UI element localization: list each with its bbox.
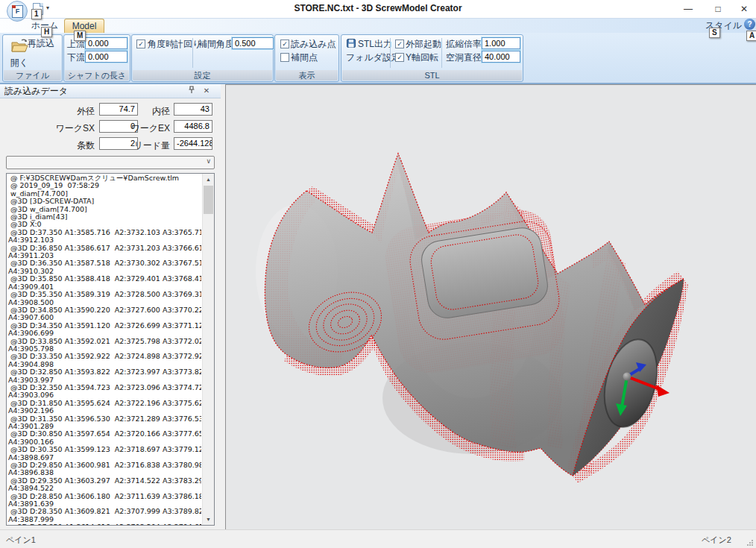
- reload-button[interactable]: 再読込: [28, 37, 54, 50]
- list-line[interactable]: @3D D:31.350 A1:3596.530 A2:3721.289 A3:…: [8, 415, 201, 423]
- app-window: { "window": { "title": "STORE.NC.txt - 3…: [0, 0, 756, 548]
- list-line[interactable]: @3D D:29.850 A1:3600.981 A2:3716.838 A3:…: [8, 462, 201, 469]
- group-label-settings: 設定: [133, 70, 272, 81]
- list-line[interactable]: @3D D:35.850 A1:3588.418 A2:3729.401 A3:…: [8, 275, 201, 283]
- list-line[interactable]: A4:3905.798: [8, 345, 201, 353]
- list-line[interactable]: A4:3907.600: [8, 314, 201, 321]
- list-line[interactable]: w_diam[74.700]: [8, 190, 201, 198]
- list-line[interactable]: A4:3898.697: [8, 454, 201, 462]
- lead-amount-field[interactable]: -2644.1287: [174, 137, 212, 150]
- list-line[interactable]: A4:3908.500: [8, 299, 201, 306]
- list-line[interactable]: @3D w_diam[74.700]: [8, 206, 201, 213]
- list-line[interactable]: A4:3887.999: [8, 516, 201, 523]
- loaded-points-label[interactable]: 読み込み点: [291, 38, 336, 51]
- quick-access-dropdown-icon[interactable]: ▾: [46, 4, 49, 11]
- keytip-qat: 1: [31, 9, 42, 19]
- scrollbar-thumb[interactable]: [204, 186, 213, 214]
- loaded-data-panel: 読み込みデータ ✕ 外径 74.7 内径 43 ワークSX 0 ワークEX 44…: [0, 84, 221, 529]
- cavity-diameter-label: 空洞直径: [446, 51, 482, 64]
- cavity-diameter-input[interactable]: 40.000: [482, 51, 520, 63]
- y-rotate-label[interactable]: Y軸回転: [406, 51, 438, 64]
- upper-flow-input[interactable]: 0.000: [85, 37, 127, 49]
- list-line[interactable]: @3D D:28.350 A1:3609.821 A2:3707.999 A3:…: [8, 508, 201, 515]
- clockwise-checkbox-label[interactable]: 角度時計回り: [148, 38, 201, 51]
- work-ex-label: ワークEX: [121, 122, 170, 135]
- list-line[interactable]: @3D D:29.350 A1:3603.297 A2:3714.522 A3:…: [8, 477, 201, 485]
- list-line[interactable]: @3D D:27.850 A1:3614.616 A2:3703.204 A3:…: [8, 523, 201, 525]
- help-button[interactable]: ?: [744, 19, 755, 30]
- work-ex-field[interactable]: 4486.8: [174, 120, 212, 133]
- list-line[interactable]: @3D [3D-SCREW-DATA]: [8, 198, 201, 205]
- external-launch-checkbox[interactable]: ✓: [395, 40, 404, 48]
- loaded-points-checkbox[interactable]: ✓: [280, 40, 289, 48]
- interp-angle-input[interactable]: 0.500: [232, 37, 274, 49]
- list-line[interactable]: @3D D:36.350 A1:3587.518 A2:3730.302 A3:…: [8, 259, 201, 267]
- lower-flow-input[interactable]: 0.000: [85, 51, 127, 63]
- list-line[interactable]: @ 2019_09_19 07:58:29: [8, 182, 201, 189]
- list-line[interactable]: A4:3903.096: [8, 391, 201, 399]
- nc-data-list[interactable]: @ F:¥3DSCREW¥Damスクリュー¥DamScrew.tlm @ 201…: [6, 173, 215, 526]
- list-line[interactable]: @3D D:30.850 A1:3597.654 A2:3720.166 A3:…: [8, 430, 201, 438]
- list-line[interactable]: @3D D:35.350 A1:3589.319 A2:3728.500 A3:…: [8, 291, 201, 298]
- minimize-button[interactable]: —: [677, 1, 699, 16]
- scroll-down-icon[interactable]: ▼: [203, 514, 214, 525]
- resize-grip[interactable]: [746, 539, 754, 547]
- list-line[interactable]: @3D D:33.350 A1:3592.922 A2:3724.898 A3:…: [8, 353, 201, 360]
- list-line[interactable]: A4:3894.522: [8, 485, 201, 492]
- stl-output-button[interactable]: STL出力: [358, 38, 392, 51]
- list-line[interactable]: A4:3904.898: [8, 361, 201, 368]
- list-line[interactable]: A4:3910.302: [8, 268, 201, 275]
- list-line[interactable]: @3D D:34.350 A1:3591.120 A2:3726.699 A3:…: [8, 322, 201, 330]
- pin-icon[interactable]: [186, 86, 197, 96]
- list-line[interactable]: A4:3909.401: [8, 283, 201, 291]
- scroll-up-icon[interactable]: ▲: [203, 174, 214, 185]
- maximize-button[interactable]: □: [707, 1, 729, 16]
- open-button[interactable]: 開く: [4, 57, 34, 69]
- list-line[interactable]: @ F:¥3DSCREW¥Damスクリュー¥DamScrew.tlm: [8, 174, 201, 182]
- folder-settings-button[interactable]: フォルダ設定: [346, 51, 400, 64]
- ribbon: 開く 再読込 ファイル 上流 0.000 下流 0.000 シャフトの長さ ✓ …: [0, 33, 756, 84]
- ribbon-tab-row: [0, 18, 756, 34]
- inner-diameter-label: 内径: [121, 105, 170, 118]
- list-scrollbar[interactable]: ▲ ▼: [202, 174, 214, 525]
- list-line[interactable]: A4:3911.203: [8, 252, 201, 259]
- list-line[interactable]: @3D D:32.350 A1:3594.723 A2:3723.096 A3:…: [8, 384, 201, 391]
- close-button[interactable]: ✕: [733, 1, 755, 16]
- list-line[interactable]: @3D X:0: [8, 221, 201, 228]
- list-line[interactable]: A4:3902.196: [8, 407, 201, 415]
- list-line[interactable]: @3D D:37.350 A1:3585.716 A2:3732.103 A3:…: [8, 229, 201, 236]
- list-line[interactable]: @3D D:34.850 A1:3590.220 A2:3727.600 A3:…: [8, 306, 201, 314]
- list-line[interactable]: @3D D:28.850 A1:3606.180 A2:3711.639 A3:…: [8, 493, 201, 500]
- interp-points-checkbox[interactable]: [280, 53, 289, 62]
- list-line[interactable]: A4:3901.289: [8, 423, 201, 430]
- list-line[interactable]: A4:3891.639: [8, 500, 201, 508]
- list-line[interactable]: A4:3912.103: [8, 236, 201, 244]
- list-line[interactable]: @3D D:32.850 A1:3593.822 A2:3723.997 A3:…: [8, 368, 201, 376]
- list-line[interactable]: A4:3903.997: [8, 377, 201, 384]
- list-line[interactable]: @3D i_diam[43]: [8, 213, 201, 221]
- interp-points-label[interactable]: 補間点: [291, 51, 318, 64]
- y-rotate-checkbox[interactable]: ✓: [395, 53, 404, 62]
- list-line[interactable]: A4:3896.838: [8, 469, 201, 476]
- clockwise-checkbox[interactable]: ✓: [136, 40, 145, 48]
- list-line[interactable]: @3D D:36.850 A1:3586.617 A2:3731.203 A3:…: [8, 245, 201, 252]
- scale-factor-input[interactable]: 1.000: [482, 37, 520, 49]
- panel-title: 読み込みデータ: [4, 86, 68, 96]
- open-folder-icon: [11, 39, 29, 53]
- data-combobox[interactable]: ∨: [6, 156, 215, 169]
- external-launch-label[interactable]: 外部起動: [406, 38, 441, 51]
- work-sx-label: ワークSX: [30, 122, 95, 135]
- list-line[interactable]: @3D D:31.850 A1:3595.624 A2:3722.196 A3:…: [8, 400, 201, 407]
- chevron-down-icon: ∨: [206, 157, 211, 165]
- status-pane2: ペイン2: [702, 535, 731, 546]
- viewport-3d[interactable]: [225, 84, 756, 530]
- panel-header: 読み込みデータ ✕: [0, 84, 221, 98]
- list-line[interactable]: A4:3906.699: [8, 330, 201, 337]
- application-menu-button[interactable]: F: [7, 1, 28, 22]
- list-line[interactable]: @3D D:33.850 A1:3592.021 A2:3725.798 A3:…: [8, 338, 201, 345]
- list-line[interactable]: @3D D:30.350 A1:3599.123 A2:3718.697 A3:…: [8, 446, 201, 453]
- status-bar: ペイン1 ペイン2: [0, 529, 756, 548]
- inner-diameter-field[interactable]: 43: [174, 103, 212, 116]
- panel-close-icon[interactable]: ✕: [201, 86, 212, 96]
- list-line[interactable]: A4:3900.166: [8, 438, 201, 446]
